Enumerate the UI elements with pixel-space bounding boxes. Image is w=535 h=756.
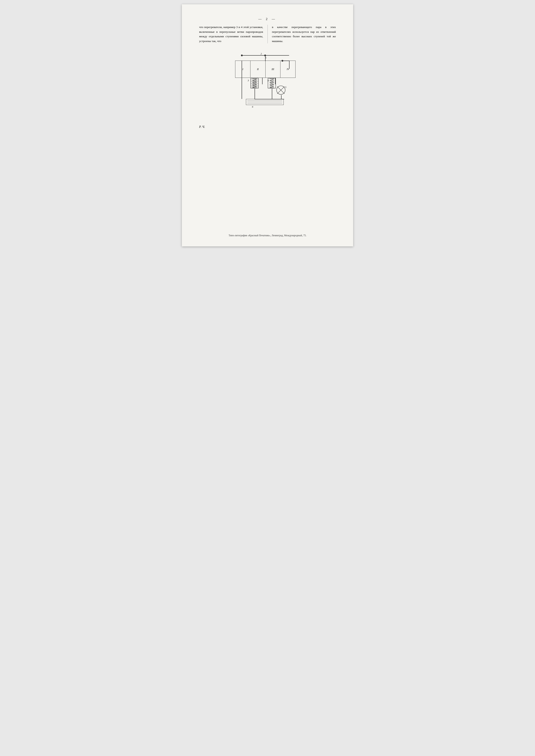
right-column: в качестве перегревающего пара в этих пе… [272,25,336,43]
junction-dot-top [264,55,266,56]
pipe-coil4-down [272,89,272,99]
stage-II: II [250,61,266,78]
condenser [276,85,286,95]
pipe-coil3-down [255,89,255,99]
superheater-3 [250,78,259,89]
footer-text: Типо-литография «Красный Печатник», Лени… [182,234,353,237]
turbine-block: I II III IV [235,61,296,78]
pipe-right-horiz [282,61,290,61]
pipe-boiler-to-turbine-left [241,61,242,99]
pipe-condenser-down [281,95,282,99]
label-6: 6 [252,105,253,108]
left-column: что перегреватели, например 3 и 4 этой у… [199,25,263,43]
stage-III: III [266,61,281,78]
stage-I: I [235,61,250,78]
pipe-right-vert [289,61,290,69]
pipe-stage3-to-coil3 [262,78,263,84]
stage-IV: IV [280,61,295,78]
superheater-4 [268,78,276,89]
technical-diagram: 2 1 I II III IV 3 [229,52,306,112]
boiler-box [246,99,284,105]
label-2: 2 [261,52,262,55]
junction-dot-left [241,55,243,56]
author-initials: Р. Ч. [199,125,336,129]
label-3: 3 [248,79,249,82]
diagram-area: 2 1 I II III IV 3 [199,52,336,112]
page-number: — 2 — [199,17,336,21]
label-1: 1 [265,56,267,59]
text-columns: что перегреватели, например 3 и 4 этой у… [199,25,336,43]
document-page: — 2 — что перегреватели, например 3 и 4 … [182,4,353,246]
column-divider [268,25,268,43]
